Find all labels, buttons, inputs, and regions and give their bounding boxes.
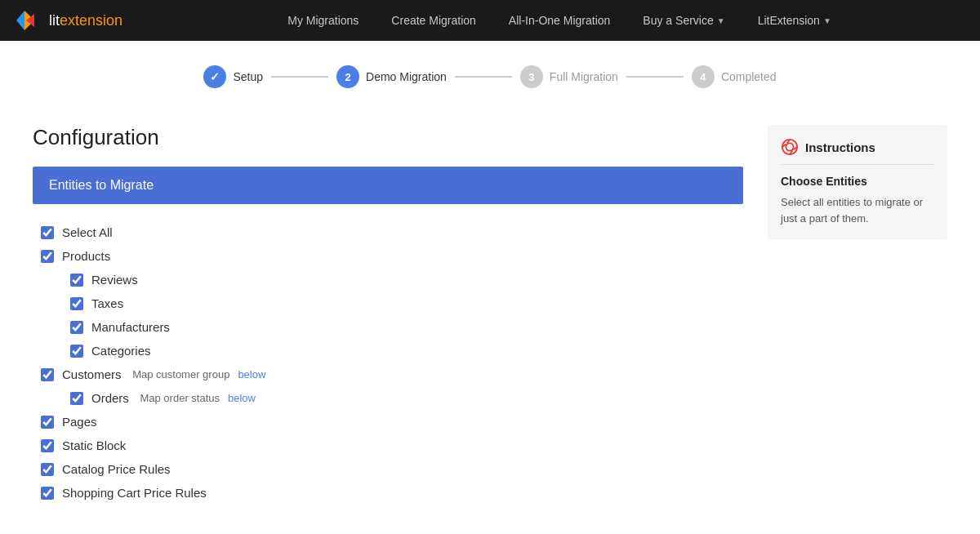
step-3-circle: 3 xyxy=(520,65,543,88)
instructions-sidebar: Instructions Choose Entities Select all … xyxy=(768,125,947,505)
step-demo-migration: 2 Demo Migration xyxy=(336,65,447,88)
checkbox-reviews: Reviews xyxy=(70,268,743,291)
step-2-label: Demo Migration xyxy=(366,70,447,83)
instructions-box: Instructions Choose Entities Select all … xyxy=(768,125,947,239)
checkbox-categories-label: Categories xyxy=(91,344,151,358)
brand-extension-text: extension xyxy=(60,12,122,29)
config-main: Configuration Entities to Migrate Select… xyxy=(33,125,743,505)
checkbox-reviews-label: Reviews xyxy=(91,273,138,287)
checkbox-shopping-cart-price-rules-label: Shopping Cart Price Rules xyxy=(62,486,207,500)
entities-list: Select All Products Reviews Taxes xyxy=(33,220,743,505)
stepper-steps: ✓ Setup 2 Demo Migration 3 Full Migratio… xyxy=(203,65,776,88)
orders-map-text: Map order status xyxy=(137,392,220,404)
checkbox-categories-input[interactable] xyxy=(70,345,83,358)
checkbox-select-all: Select All xyxy=(41,220,743,244)
step-4-label: Completed xyxy=(721,70,777,83)
instructions-section-title: Choose Entities xyxy=(781,175,934,188)
checkbox-pages-input[interactable] xyxy=(41,416,54,429)
nav-all-in-one[interactable]: All-In-One Migration xyxy=(492,0,627,41)
config-area: Configuration Entities to Migrate Select… xyxy=(0,109,980,529)
checkbox-taxes-label: Taxes xyxy=(91,296,123,310)
step-1-circle: ✓ xyxy=(203,65,226,88)
checkbox-static-block: Static Block xyxy=(41,434,743,457)
checkbox-shopping-cart-price-rules: Shopping Cart Price Rules xyxy=(41,481,743,505)
config-title: Configuration xyxy=(33,125,743,150)
checkbox-taxes: Taxes xyxy=(70,291,743,315)
svg-marker-0 xyxy=(16,11,24,30)
nav-links: My Migrations Create Migration All-In-On… xyxy=(155,0,964,41)
svg-point-3 xyxy=(782,140,797,154)
connector-3 xyxy=(626,76,684,78)
checkbox-catalog-price-rules: Catalog Price Rules xyxy=(41,457,743,481)
checkbox-catalog-price-rules-input[interactable] xyxy=(41,463,54,476)
checkbox-taxes-input[interactable] xyxy=(70,297,83,310)
checkbox-products: Products xyxy=(41,244,743,268)
instructions-text: Select all entities to migrate or just a… xyxy=(781,194,934,226)
checkbox-catalog-price-rules-label: Catalog Price Rules xyxy=(62,462,171,476)
main-content: ✓ Setup 2 Demo Migration 3 Full Migratio… xyxy=(0,41,980,534)
brand-lit-text: lit xyxy=(49,12,60,29)
connector-2 xyxy=(455,76,512,78)
stepper: ✓ Setup 2 Demo Migration 3 Full Migratio… xyxy=(0,41,980,109)
nav-litextension[interactable]: LitExtension ▼ xyxy=(742,0,848,41)
buy-service-dropdown-arrow: ▼ xyxy=(717,16,725,25)
checkbox-products-input[interactable] xyxy=(41,250,54,263)
customers-map-link[interactable]: below xyxy=(238,368,265,380)
checkbox-shopping-cart-price-rules-input[interactable] xyxy=(41,487,54,500)
instructions-icon xyxy=(781,138,799,156)
checkbox-static-block-label: Static Block xyxy=(62,438,126,452)
checkbox-orders: Orders Map order status below xyxy=(70,386,743,410)
checkbox-orders-label: Orders xyxy=(91,391,129,405)
brand-logo[interactable]: litextension xyxy=(16,7,122,33)
nav-buy-service[interactable]: Buy a Service ▼ xyxy=(626,0,741,41)
checkbox-manufacturers-input[interactable] xyxy=(70,321,83,334)
nav-create-migration[interactable]: Create Migration xyxy=(375,0,492,41)
customers-map-text: Map customer group xyxy=(130,368,230,380)
step-full-migration: 3 Full Migration xyxy=(520,65,618,88)
checkbox-orders-input[interactable] xyxy=(70,392,83,405)
step-setup: ✓ Setup xyxy=(203,65,263,88)
checkbox-products-label: Products xyxy=(62,249,110,263)
checkbox-reviews-input[interactable] xyxy=(70,274,83,287)
nav-my-migrations[interactable]: My Migrations xyxy=(271,0,375,41)
checkbox-select-all-input[interactable] xyxy=(41,226,54,239)
navbar: litextension My Migrations Create Migrat… xyxy=(0,0,980,41)
step-2-circle: 2 xyxy=(336,65,359,88)
step-completed: 4 Completed xyxy=(692,65,777,88)
instructions-header: Instructions xyxy=(781,138,934,165)
connector-1 xyxy=(271,76,328,78)
instructions-title: Instructions xyxy=(805,140,875,154)
checkbox-manufacturers-label: Manufacturers xyxy=(91,320,170,334)
step-4-circle: 4 xyxy=(692,65,715,88)
checkbox-static-block-input[interactable] xyxy=(41,439,54,452)
step-3-label: Full Migration xyxy=(550,70,618,83)
checkbox-customers-label: Customers xyxy=(62,367,122,381)
brand-icon xyxy=(16,7,42,33)
checkbox-manufacturers: Manufacturers xyxy=(70,315,743,339)
checkbox-categories: Categories xyxy=(70,339,743,363)
litextension-dropdown-arrow: ▼ xyxy=(823,16,831,25)
checkbox-select-all-label: Select All xyxy=(62,225,113,239)
svg-point-4 xyxy=(786,143,793,150)
step-1-label: Setup xyxy=(233,70,263,83)
checkbox-pages-label: Pages xyxy=(62,415,97,429)
entities-header: Entities to Migrate xyxy=(33,167,743,204)
checkbox-customers-input[interactable] xyxy=(41,368,54,381)
orders-map-link[interactable]: below xyxy=(228,392,256,404)
checkbox-pages: Pages xyxy=(41,410,743,434)
checkbox-customers: Customers Map customer group below xyxy=(41,363,743,386)
